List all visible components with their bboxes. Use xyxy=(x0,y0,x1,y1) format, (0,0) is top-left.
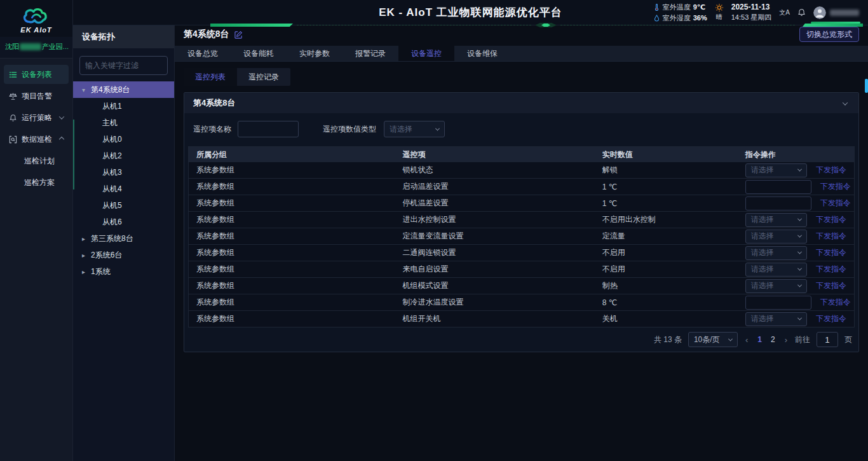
tree-filter-input[interactable] xyxy=(79,56,168,75)
tree-leaf[interactable]: 从机3 xyxy=(73,164,174,181)
weather-block: 室外温度 9℃ 室外湿度 36% xyxy=(653,3,707,23)
tree-node-label: 1系统 xyxy=(91,266,111,277)
command-value-select[interactable]: 请选择 xyxy=(745,279,807,293)
command-value-select[interactable]: 请选择 xyxy=(745,213,807,227)
send-command-link[interactable]: 下发指令 xyxy=(816,231,846,242)
datetime-block: 2025-11-13 14:53 星期四 xyxy=(731,3,772,22)
notification-bell-icon[interactable] xyxy=(797,8,806,17)
command-value-input[interactable] xyxy=(745,296,811,310)
send-command-link[interactable]: 下发指令 xyxy=(816,280,846,291)
tree-leaf[interactable]: 从机5 xyxy=(73,197,174,214)
send-command-link[interactable]: 下发指令 xyxy=(816,313,846,324)
tab-报警记录[interactable]: 报警记录 xyxy=(342,46,398,61)
sidebar-item-label: 项目告警 xyxy=(22,91,64,102)
subtab-遥控记录[interactable]: 遥控记录 xyxy=(237,68,290,86)
collapse-chevron-icon[interactable] xyxy=(841,96,850,110)
command-value-input[interactable] xyxy=(745,196,811,210)
logo: EK AIoT xyxy=(0,0,72,37)
tenant-location: 沈阳产业园... xyxy=(0,37,72,58)
device-list-icon xyxy=(9,71,17,79)
cell-group: 系统参数组 xyxy=(189,247,395,258)
page-size-value: 10条/页 xyxy=(694,334,724,345)
select-placeholder: 请选择 xyxy=(751,247,793,258)
sidebar-subitem[interactable]: 巡检计划 xyxy=(4,151,69,170)
vertical-scrollbar-thumb[interactable] xyxy=(865,79,868,93)
username-redacted xyxy=(830,10,859,16)
device-tab-bar: 设备总览设备能耗实时参数报警记录设备遥控设备维保 xyxy=(175,46,868,62)
filter-name-input[interactable] xyxy=(238,121,299,137)
command-value-select[interactable]: 请选择 xyxy=(745,263,807,277)
sidebar-subitem[interactable]: 巡检方案 xyxy=(4,173,69,192)
sidebar-item-device-list[interactable]: 设备列表 xyxy=(4,65,69,84)
tree-leaf[interactable]: 主机 xyxy=(73,114,174,131)
sidebar-item-run-strategy[interactable]: 运行策略 xyxy=(4,108,69,127)
tree-leaf[interactable]: 从机1 xyxy=(73,98,174,114)
command-value-select[interactable]: 请选择 xyxy=(745,163,807,177)
send-command-link[interactable]: 下发指令 xyxy=(820,297,851,308)
table-row: 系统参数组制冷进水温度设置8 ℃下发指令 xyxy=(189,294,854,311)
edit-icon[interactable] xyxy=(234,31,243,39)
send-command-link[interactable]: 下发指令 xyxy=(816,264,846,275)
sidebar-item-data-inspection[interactable]: 数据巡检 xyxy=(4,130,69,149)
panel-header: 第4系统8台 xyxy=(184,93,858,113)
sidebar-item-label: 设备列表 xyxy=(22,69,64,80)
user-menu[interactable] xyxy=(813,6,859,19)
language-switch-icon[interactable]: 文A xyxy=(779,8,790,17)
command-value-select[interactable]: 请选择 xyxy=(745,230,807,244)
send-command-link[interactable]: 下发指令 xyxy=(820,181,851,192)
select-placeholder: 请选择 xyxy=(751,280,793,291)
tab-设备能耗[interactable]: 设备能耗 xyxy=(231,46,287,61)
tree-leaf[interactable]: 从机6 xyxy=(73,214,174,230)
subtab-遥控列表[interactable]: 遥控列表 xyxy=(184,68,237,86)
page-header: 第4系统8台 切换总览形式 xyxy=(175,27,868,42)
tree-leaf[interactable]: 从机0 xyxy=(73,131,174,148)
page-size-select[interactable]: 10条/页 xyxy=(688,332,738,347)
tab-设备维保[interactable]: 设备维保 xyxy=(454,46,510,61)
cell-value: 关机 xyxy=(595,313,738,324)
tab-设备总览[interactable]: 设备总览 xyxy=(175,46,231,61)
weather-condition: 晴 xyxy=(715,3,724,22)
next-page-button[interactable]: › xyxy=(783,335,789,345)
date-text: 2025-11-13 xyxy=(731,3,772,11)
command-value-select[interactable]: 请选择 xyxy=(745,246,807,260)
send-command-link[interactable]: 下发指令 xyxy=(816,214,846,225)
switch-overview-button[interactable]: 切换总览形式 xyxy=(799,27,859,42)
sidebar-item-label: 运行策略 xyxy=(22,113,55,123)
cell-item: 进出水控制设置 xyxy=(395,214,595,225)
prev-page-button[interactable]: ‹ xyxy=(744,335,749,345)
send-command-link[interactable]: 下发指令 xyxy=(816,165,846,175)
column-header: 遥控项 xyxy=(395,149,595,160)
topbar: EK - AIoT 工业物联网能源优化平台 室外温度 9℃ 室外湿度 36% xyxy=(73,0,868,25)
tree-node[interactable]: ▸第三系统8台 xyxy=(73,230,174,247)
tree-node[interactable]: ▾第4系统8台 xyxy=(73,81,174,98)
tree-node[interactable]: ▸2系统6台 xyxy=(73,247,174,263)
select-placeholder: 请选择 xyxy=(751,165,793,175)
tab-实时参数[interactable]: 实时参数 xyxy=(287,46,342,61)
caret-down-icon: ▾ xyxy=(82,86,87,93)
cell-value: 制热 xyxy=(595,280,738,291)
remote-items-table: 所属分组遥控项实时数值指令操作 系统参数组锁机状态解锁请选择下发指令系统参数组启… xyxy=(188,146,855,327)
command-value-select[interactable]: 请选择 xyxy=(745,312,807,326)
tree-node-label: 第三系统8台 xyxy=(91,233,133,244)
page-title: 第4系统8台 xyxy=(184,29,229,40)
table-body: 系统参数组锁机状态解锁请选择下发指令系统参数组启动温差设置1 ℃下发指令系统参数… xyxy=(189,162,854,327)
sidebar-item-project-alarm[interactable]: 项目告警 xyxy=(4,86,69,106)
send-command-link[interactable]: 下发指令 xyxy=(816,247,846,258)
page-number-2[interactable]: 2 xyxy=(769,335,777,344)
chevron-down-icon xyxy=(59,114,64,119)
tab-设备遥控[interactable]: 设备遥控 xyxy=(398,46,454,61)
cell-group: 系统参数组 xyxy=(189,280,395,291)
page-number-1[interactable]: 1 xyxy=(756,335,764,344)
humidity-label: 室外湿度 xyxy=(663,13,691,23)
content-row: 设备拓扑 ▾第4系统8台从机1主机从机0从机2从机3从机4从机5从机6▸第三系统… xyxy=(73,25,868,461)
command-value-input[interactable] xyxy=(745,180,811,194)
tree-leaf[interactable]: 从机4 xyxy=(73,181,174,197)
goto-page-input[interactable] xyxy=(817,332,838,347)
tree-leaf[interactable]: 从机2 xyxy=(73,148,174,164)
chevron-down-icon xyxy=(797,316,802,320)
goto-suffix: 页 xyxy=(844,334,852,345)
send-command-link[interactable]: 下发指令 xyxy=(820,198,851,209)
filter-type-select[interactable]: 请选择 xyxy=(384,121,445,137)
cell-group: 系统参数组 xyxy=(189,165,395,175)
tree-node[interactable]: ▸1系统 xyxy=(73,263,174,280)
